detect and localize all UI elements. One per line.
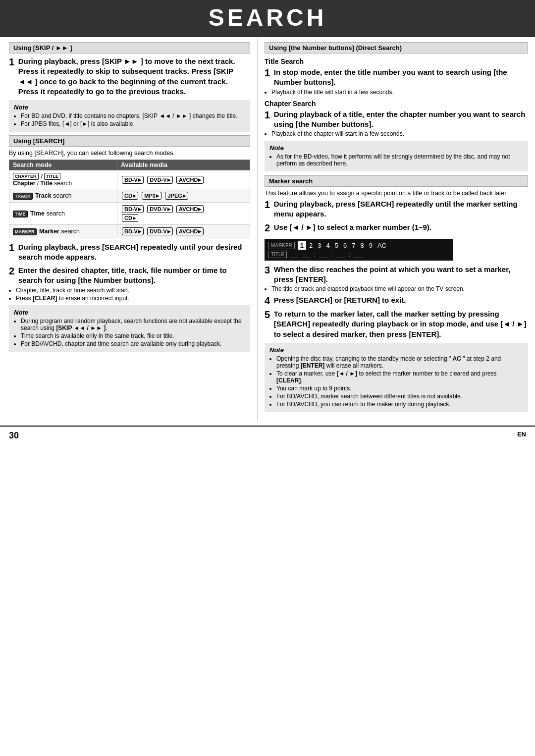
marker-num-8: 8 (358, 241, 366, 250)
marker-num-7: 7 (350, 241, 357, 250)
marker-step3-note: The title or track and elapsed playback … (265, 285, 528, 292)
search-intro: By using [SEARCH], you can select follow… (9, 150, 250, 157)
table-cell-mode-4: MARKER Marker search (9, 225, 117, 238)
search-section-title: Using [SEARCH] (13, 137, 64, 145)
search-note-item-3: For BD/AVCHD, chapter and time search ar… (21, 340, 245, 347)
marker-note-item-5: For BD/AVCHD, you can return to the make… (276, 401, 523, 408)
table-cell-media-4: BD-V DVD-V AVCHD (117, 225, 250, 238)
search-note-box: Note During program and random playback,… (9, 305, 250, 352)
table-row: TRACK Track search CD MP3 JPEG (9, 189, 250, 203)
avchd-badge-1: AVCHD (176, 176, 204, 184)
page-title: SEARCH (0, 4, 535, 31)
marker-step4-num: 4 (265, 295, 270, 306)
chapter-note-title: Note (269, 144, 523, 152)
skip-step1: 1 During playback, press [SKIP ►► ] to m… (9, 56, 250, 97)
search-note-list: During program and random playback, sear… (14, 318, 245, 347)
table-cell-media-3: BD-V DVD-V AVCHD CD (117, 203, 250, 225)
chapter-step1-num: 1 (265, 109, 270, 120)
title-step1-num: 1 (265, 67, 270, 78)
skip-note-item-2: For JPEG files, [◄] or [►] is also avail… (21, 120, 245, 127)
main-content: Using [SKIP / ►► ] 1 During playback, pr… (0, 37, 535, 421)
jpeg-badge: JPEG (165, 192, 188, 200)
chapter-step1-note: Playback of the chapter will start in a … (265, 130, 528, 137)
search-step2: 2 Enter the desired chapter, title, trac… (9, 266, 250, 302)
number-section-header: Using [the Number buttons] (Direct Searc… (265, 42, 528, 54)
avchd-badge-3: AVCHD (176, 227, 204, 235)
dvdv-badge-2: DVD-V (147, 205, 172, 213)
search-step1: 1 During playback, press [SEARCH] repeat… (9, 242, 250, 263)
table-header-mode: Search mode (9, 160, 117, 170)
mp3-badge: MP3 (142, 192, 161, 200)
marker-intro: This feature allows you to assign a spec… (265, 190, 528, 197)
marker-title-row: TITLE __ __ : __ : __ : __ (268, 251, 449, 258)
marker-note-item-1: Opening the disc tray, changing to the s… (276, 355, 523, 369)
bdv-badge-3: BD-V (122, 227, 144, 235)
marker-note-list: Opening the disc tray, changing to the s… (269, 355, 523, 408)
marker-display: MARKER 1 2 3 4 5 6 7 8 9 AC TITLE __ __ … (265, 239, 453, 261)
marker-step1-text: During playback, press [SEARCH] repeated… (274, 199, 527, 219)
skip-step1-text: During playback, press [SKIP ►► ] to mov… (18, 56, 249, 97)
time-search-label: Time (30, 210, 45, 217)
marker-num-2: 2 (307, 241, 315, 250)
marker-section-title: Marker search (269, 177, 313, 185)
search-step2-num: 2 (9, 266, 14, 276)
marker-step3: 3 When the disc reaches the point at whi… (265, 265, 528, 293)
marker-step3-text: When the disc reaches the point at which… (274, 265, 527, 285)
skip-step-num: 1 (9, 56, 14, 67)
search-section-header: Using [SEARCH] (9, 135, 250, 147)
marker-step5-text: To return to the marker later, call the … (274, 309, 527, 339)
table-row: CHAPTER / TITLE Chapter / Title search B… (9, 170, 250, 189)
marker-step2-text: Use [◄ / ►] to select a marker number (1… (274, 222, 527, 232)
marker-note-title: Note (269, 346, 523, 354)
table-cell-media-1: BD-V DVD-V AVCHD (117, 170, 250, 189)
marker-num-selected: 1 (298, 241, 306, 250)
number-section-title: Using [the Number buttons] (Direct Searc… (269, 44, 402, 52)
time-badge: TIME (13, 211, 28, 217)
chapter-step1: 1 During playback of a title, enter the … (265, 109, 528, 138)
dvdv-badge-1: DVD-V (147, 176, 172, 184)
marker-step5: 5 To return to the marker later, call th… (265, 309, 528, 339)
title-display-value: __ __ : __ : __ : __ (290, 251, 363, 258)
search-step1-text: During playback, press [SEARCH] repeated… (18, 242, 249, 263)
table-cell-media-2: CD MP3 JPEG (117, 189, 250, 203)
marker-step1: 1 During playback, press [SEARCH] repeat… (265, 199, 528, 219)
avchd-badge-2: AVCHD (176, 205, 204, 213)
marker-step4: 4 Press [SEARCH] or [RETURN] to exit. (265, 295, 528, 306)
title-step1-note-item: Playback of the title will start in a fe… (271, 89, 528, 96)
search-step1-num: 1 (9, 242, 14, 253)
chapter-note-box: Note As for the BD-video, how it perform… (265, 141, 528, 171)
dvdv-badge-3: DVD-V (147, 227, 172, 235)
bdv-badge-1: BD-V (122, 176, 144, 184)
marker-step1-num: 1 (265, 199, 270, 210)
table-cell-mode-3: TIME Time search (9, 203, 117, 225)
marker-num-ac: AC (375, 241, 388, 250)
title-badge: TITLE (44, 173, 60, 180)
marker-num-6: 6 (341, 241, 349, 250)
chapter-title-search-label: Chapter / Title search (13, 180, 72, 187)
table-cell-mode-2: TRACK Track search (9, 189, 117, 203)
skip-section-header: Using [SKIP / ►► ] (9, 42, 250, 54)
marker-num-5: 5 (333, 241, 340, 250)
marker-section-header: Marker search (265, 175, 528, 187)
title-search-label: Title Search (265, 57, 528, 65)
marker-note-item-3: You can mark up to 9 points. (276, 385, 523, 392)
skip-note-list: For BD and DVD, if title contains no cha… (14, 112, 245, 127)
search-note-item-1: During program and random playback, sear… (21, 318, 245, 331)
marker-step3-note-item: The title or track and elapsed playback … (271, 285, 528, 292)
search-note-title: Note (14, 309, 245, 316)
chapter-step1-text: During playback of a title, enter the ch… (274, 109, 527, 130)
right-column: Using [the Number buttons] (Direct Searc… (258, 37, 535, 421)
chapter-search-label: Chapter Search (265, 100, 528, 108)
search-modes-table: Search mode Available media CHAPTER / TI… (9, 160, 250, 238)
marker-num-3: 3 (316, 241, 323, 250)
search-step2-notes: Chapter, title, track or time search wil… (9, 287, 250, 302)
search-step2-note-1: Chapter, title, track or time search wil… (16, 287, 250, 294)
marker-step3-num: 3 (265, 265, 270, 275)
cd-badge-1: CD (122, 192, 138, 200)
page-number: 30 (9, 431, 19, 441)
search-step2-text: Enter the desired chapter, title, track,… (18, 266, 249, 286)
page: SEARCH Using [SKIP / ►► ] 1 During playb… (0, 0, 535, 756)
marker-num-4: 4 (324, 241, 332, 250)
table-header-media: Available media (117, 160, 250, 170)
table-cell-mode: CHAPTER / TITLE Chapter / Title search (9, 170, 117, 189)
